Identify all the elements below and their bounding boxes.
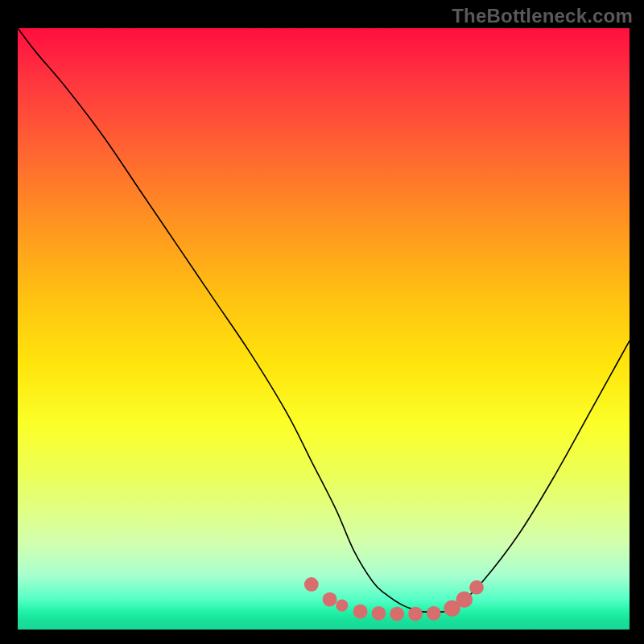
watermark-text: TheBottleneck.com — [452, 5, 633, 27]
highlight-dot — [304, 577, 319, 592]
highlight-dot — [408, 607, 423, 621]
plot-area — [16, 27, 631, 631]
highlight-dot — [469, 580, 484, 595]
highlight-dots — [18, 28, 630, 630]
highlight-dot — [336, 600, 348, 612]
stage: TheBottleneck.com — [0, 0, 644, 644]
highlight-dot — [372, 606, 386, 621]
highlight-dot — [427, 606, 441, 621]
highlight-dot — [390, 607, 404, 621]
highlight-dot — [456, 591, 473, 608]
highlight-dot — [323, 592, 337, 607]
highlight-dot — [353, 605, 368, 619]
